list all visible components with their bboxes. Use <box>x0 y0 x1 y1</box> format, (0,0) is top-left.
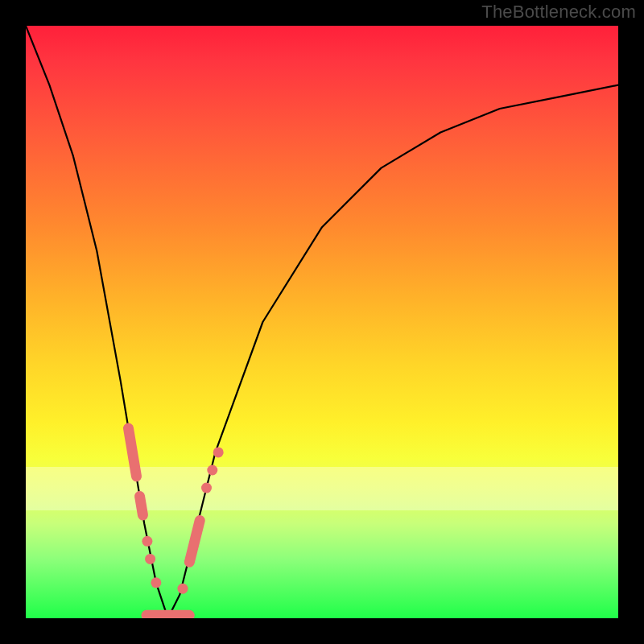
marker-circle <box>207 465 217 476</box>
marker-circle <box>151 577 161 588</box>
marker-circle <box>213 447 224 457</box>
marker-circle <box>145 554 155 564</box>
marker-pill <box>134 490 149 521</box>
watermark-text: TheBottleneck.com <box>481 2 636 23</box>
marker-pill <box>183 514 206 568</box>
bottleneck-curve <box>26 26 618 618</box>
marker-pill <box>122 423 142 483</box>
marker-circle <box>178 584 188 594</box>
chart-frame: TheBottleneck.com <box>0 0 644 644</box>
marker-pill <box>142 610 195 618</box>
marker-circle <box>142 536 152 547</box>
plot-area <box>26 26 618 618</box>
marker-group <box>122 423 224 618</box>
marker-circle <box>201 483 212 493</box>
curve-layer <box>26 26 618 618</box>
